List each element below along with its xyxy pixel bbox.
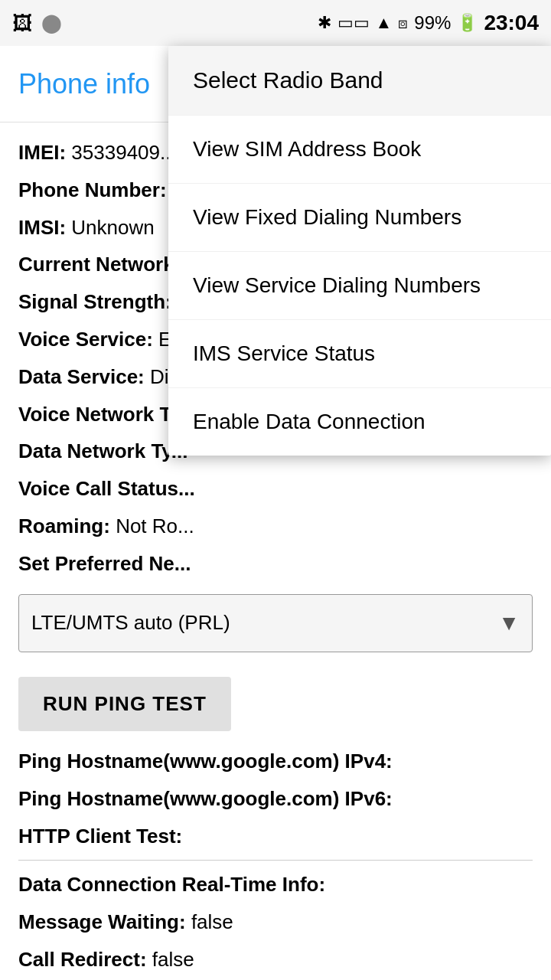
ipv4-row: Ping Hostname(www.google.com) IPv4: xyxy=(18,743,533,779)
dropdown-arrow-icon: ▼ xyxy=(498,604,520,642)
ipv6-label: Ping Hostname(www.google.com) IPv6: xyxy=(18,787,393,810)
current-network-label: Current Network xyxy=(18,253,174,276)
http-row: HTTP Client Test: xyxy=(18,818,533,854)
phone-number-label: Phone Number: xyxy=(18,178,167,201)
status-time: 23:04 xyxy=(484,11,539,35)
app-title: Phone info xyxy=(18,68,150,100)
http-label: HTTP Client Test: xyxy=(18,825,182,848)
signal-strength-label: Signal Strength: xyxy=(18,290,172,313)
context-menu: Select Radio Band View SIM Address Book … xyxy=(168,46,551,456)
dropdown-value: LTE/UMTS auto (PRL) xyxy=(31,605,230,641)
imsi-label: IMSI: xyxy=(18,216,66,239)
call-redirect-label: Call Redirect: xyxy=(18,948,147,971)
data-network-label: Data Network Ty... xyxy=(18,439,188,462)
set-preferred-row: Set Preferred Ne... xyxy=(18,546,533,582)
voice-call-label: Voice Call Status... xyxy=(18,477,195,500)
menu-item-view-sim-address-book[interactable]: View SIM Address Book xyxy=(168,116,551,184)
no-sim-icon: ⧇ xyxy=(398,15,408,32)
battery-icon: 🔋 xyxy=(457,13,478,33)
message-waiting-row: Message Waiting: false xyxy=(18,904,533,940)
menu-title: Select Radio Band xyxy=(168,46,551,116)
vibrate-icon: ▭▭ xyxy=(337,13,370,33)
call-redirect-val: false xyxy=(152,948,194,971)
menu-item-enable-data-connection[interactable]: Enable Data Connection xyxy=(168,388,551,456)
image-icon: 🖼 xyxy=(12,11,32,35)
battery-text: 99% xyxy=(414,12,451,34)
run-ping-test-button[interactable]: RUN PING TEST xyxy=(18,677,231,731)
imsi-value: Unknown xyxy=(71,216,154,239)
data-realtime-row: Data Connection Real-Time Info: xyxy=(18,867,533,903)
roaming-label: Roaming: xyxy=(18,514,110,537)
roaming-row: Roaming: Not Ro... xyxy=(18,508,533,544)
voice-service-label: Voice Service: xyxy=(18,328,153,351)
message-waiting-val: false xyxy=(191,910,233,933)
message-waiting-label: Message Waiting: xyxy=(18,910,186,933)
network-mode-dropdown[interactable]: LTE/UMTS auto (PRL) ▼ xyxy=(18,594,533,652)
divider-1 xyxy=(18,860,533,861)
status-bar-right: ✱ ▭▭ ▲ ⧇ 99% 🔋 23:04 xyxy=(318,11,539,35)
status-bar: 🖼 ⬤ ✱ ▭▭ ▲ ⧇ 99% 🔋 23:04 xyxy=(0,0,551,46)
menu-item-view-fixed-dialing-numbers[interactable]: View Fixed Dialing Numbers xyxy=(168,184,551,252)
imei-value: 35339409... xyxy=(71,141,176,164)
set-preferred-label: Set Preferred Ne... xyxy=(18,552,191,575)
ipv4-label: Ping Hostname(www.google.com) IPv4: xyxy=(18,750,393,773)
ipv6-row: Ping Hostname(www.google.com) IPv6: xyxy=(18,781,533,817)
menu-item-ims-service-status[interactable]: IMS Service Status xyxy=(168,320,551,388)
circle-icon: ⬤ xyxy=(41,12,62,34)
menu-item-view-service-dialing-numbers[interactable]: View Service Dialing Numbers xyxy=(168,252,551,320)
data-service-label: Data Service: xyxy=(18,365,145,388)
voice-network-label: Voice Network T... xyxy=(18,403,186,426)
imei-label: IMEI: xyxy=(18,141,66,164)
bluetooth-icon: ✱ xyxy=(318,13,331,33)
call-redirect-row: Call Redirect: false xyxy=(18,942,533,978)
voice-call-row: Voice Call Status... xyxy=(18,471,533,507)
data-realtime-label: Data Connection Real-Time Info: xyxy=(18,873,325,896)
status-bar-left: 🖼 ⬤ xyxy=(12,11,62,35)
roaming-value: Not Ro... xyxy=(116,514,194,537)
wifi-icon: ▲ xyxy=(376,13,393,33)
